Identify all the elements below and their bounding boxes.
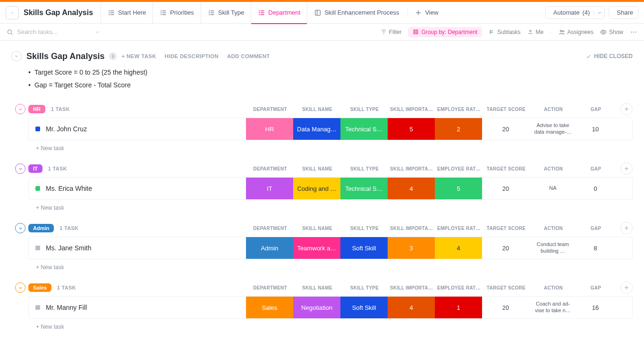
cell-action[interactable]: NA [529, 178, 576, 199]
add-comment-button[interactable]: ADD COMMENT [227, 53, 270, 59]
column-header[interactable]: SKILL TYPE [341, 166, 388, 171]
column-header[interactable]: ACTION [530, 107, 577, 112]
chevron-down-icon[interactable] [593, 10, 602, 16]
column-header[interactable]: GAP [577, 226, 615, 231]
cell-tag[interactable]: Data Manag… [293, 118, 340, 140]
cell-tag[interactable]: IT [246, 178, 293, 199]
group-badge[interactable]: Sales [28, 283, 51, 292]
info-icon[interactable]: i [109, 52, 117, 60]
collapse-group-button[interactable] [15, 223, 25, 233]
cell-value[interactable]: 8 [576, 237, 614, 259]
cell-tag[interactable]: 3 [388, 237, 435, 259]
status-indicator[interactable] [35, 186, 40, 191]
cell-value[interactable]: 16 [576, 297, 614, 318]
cell-value[interactable]: 20 [482, 178, 529, 199]
cell-value[interactable]: 0 [576, 178, 614, 199]
cell-value[interactable]: 10 [576, 118, 614, 140]
group-badge[interactable]: IT [28, 164, 42, 173]
column-header[interactable]: EMPLOYEE RATI... [435, 166, 483, 171]
new-task-link[interactable]: + New task [36, 205, 633, 211]
new-task-link[interactable]: + New task [36, 264, 633, 271]
cell-value[interactable]: 20 [482, 297, 529, 318]
column-header[interactable]: TARGET SCORE [483, 226, 530, 231]
column-header[interactable]: SKILL TYPE [341, 107, 388, 112]
task-row[interactable]: Ms. Jane Smith AdminTeamwork a…Soft Skil… [28, 237, 633, 259]
hide-description-button[interactable]: HIDE DESCRIPTION [165, 53, 219, 59]
column-header[interactable]: GAP [577, 166, 615, 171]
me-button[interactable]: Me [527, 29, 544, 35]
column-header[interactable]: DEPARTMENT [246, 107, 294, 112]
cell-action[interactable]: Advise to take data manage-… [529, 118, 576, 140]
cell-tag[interactable]: 2 [435, 118, 482, 140]
status-indicator[interactable] [35, 305, 40, 310]
column-header[interactable]: TARGET SCORE [483, 166, 530, 171]
share-button[interactable]: Share [609, 6, 638, 19]
column-header[interactable]: SKILL NAME [294, 107, 341, 112]
task-row[interactable]: Mr. John Cruz HRData Manag…Technical S…5… [28, 118, 633, 140]
collapse-section-button[interactable] [11, 51, 22, 61]
task-name-cell[interactable]: Ms. Jane Smith [29, 237, 246, 259]
cell-tag[interactable]: Coding and … [293, 178, 340, 199]
assignees-button[interactable]: Assignees [559, 29, 593, 35]
collapse-group-button[interactable] [15, 163, 25, 174]
more-button[interactable] [630, 28, 637, 36]
tab-department[interactable]: Department [251, 2, 307, 24]
cell-tag[interactable]: 4 [388, 178, 435, 199]
subtasks-button[interactable]: Subtasks [489, 29, 520, 35]
task-row[interactable]: Ms. Erica White ITCoding and …Technical … [28, 177, 633, 200]
column-header[interactable]: EMPLOYEE RATI... [435, 285, 483, 290]
hide-closed-button[interactable]: HIDE CLOSED [585, 53, 633, 60]
cell-tag[interactable]: Sales [246, 297, 293, 318]
tab-start-here[interactable]: Start Here [101, 2, 153, 24]
add-view-button[interactable]: View [407, 9, 445, 17]
cell-tag[interactable]: Soft Skill [340, 237, 388, 259]
column-header[interactable]: ACTION [530, 285, 577, 290]
automate-button[interactable]: Automate (4) [545, 6, 605, 19]
new-task-link[interactable]: + New task [36, 145, 633, 152]
column-header[interactable]: GAP [577, 107, 615, 112]
column-header[interactable]: SKILL IMPORTANC... [388, 107, 435, 112]
column-header[interactable]: SKILL NAME [294, 285, 341, 290]
cell-tag[interactable]: Technical S… [340, 178, 388, 199]
cell-tag[interactable]: Technical S… [340, 118, 388, 140]
group-badge[interactable]: HR [28, 105, 45, 113]
cell-value[interactable]: 20 [482, 237, 529, 259]
task-name-cell[interactable]: Mr. Manny Fill [29, 297, 246, 318]
add-column-button[interactable] [620, 162, 633, 175]
new-task-link[interactable]: + New task [36, 324, 633, 330]
cell-tag[interactable]: Negotiation [293, 297, 340, 318]
column-header[interactable]: TARGET SCORE [483, 107, 530, 112]
cell-tag[interactable]: 5 [435, 178, 482, 199]
chevron-down-icon[interactable] [94, 29, 100, 35]
add-column-button[interactable] [620, 222, 633, 234]
filter-button[interactable]: Filter [381, 29, 402, 35]
column-header[interactable]: GAP [577, 285, 615, 290]
add-column-button[interactable] [620, 103, 633, 115]
collapse-group-button[interactable] [15, 104, 25, 114]
cell-tag[interactable]: 4 [435, 237, 482, 259]
tab-skill-enhancement-process[interactable]: Skill Enhancement Process [307, 2, 406, 24]
search-input[interactable] [16, 28, 92, 36]
cell-tag[interactable]: 4 [388, 297, 435, 318]
cell-tag[interactable]: 5 [388, 118, 435, 140]
tab-priorities[interactable]: Priorities [153, 2, 201, 24]
add-column-button[interactable] [620, 281, 633, 294]
group-by-button[interactable]: Group by: Department [408, 27, 482, 37]
cell-tag[interactable]: Admin [246, 237, 293, 259]
column-header[interactable]: EMPLOYEE RATI... [435, 226, 483, 231]
group-badge[interactable]: Admin [28, 224, 54, 232]
tab-skill-type[interactable]: Skill Type [201, 2, 251, 24]
column-header[interactable]: SKILL NAME [294, 226, 341, 231]
status-indicator[interactable] [35, 127, 40, 131]
cell-action[interactable]: Coach and ad-vise to take n… [529, 297, 576, 318]
column-header[interactable]: TARGET SCORE [483, 285, 530, 290]
new-task-button[interactable]: + NEW TASK [121, 53, 156, 59]
column-header[interactable]: SKILL IMPORTANC... [388, 285, 435, 290]
cell-tag[interactable]: Soft Skill [340, 297, 388, 318]
cell-tag[interactable]: 1 [435, 297, 482, 318]
cell-action[interactable]: Conduct team building … [529, 237, 576, 259]
column-header[interactable]: EMPLOYEE RATI... [435, 107, 483, 112]
column-header[interactable]: SKILL TYPE [341, 285, 388, 290]
column-header[interactable]: ACTION [530, 166, 577, 171]
column-header[interactable]: DEPARTMENT [246, 226, 294, 231]
